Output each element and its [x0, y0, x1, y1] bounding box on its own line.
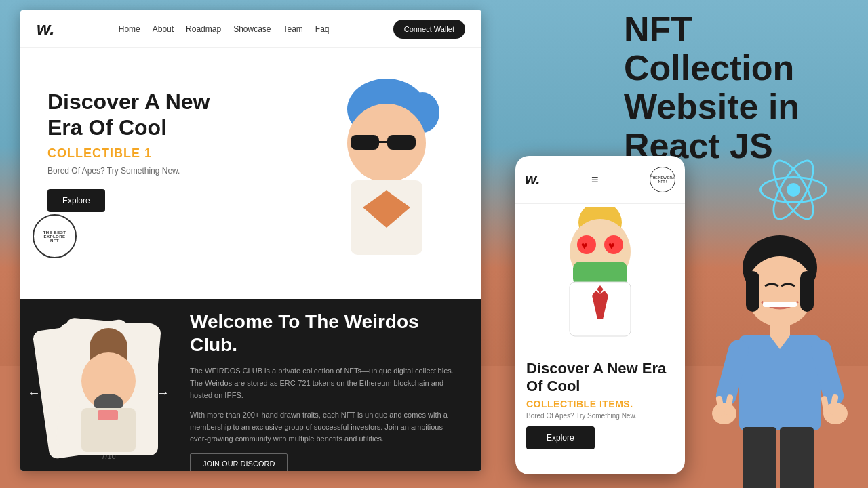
nav-faq[interactable]: Faq: [315, 24, 330, 34]
desktop-nav: w. Home About Roadmap Showcase Team Faq …: [20, 10, 481, 48]
hero-subtitle: Bored Of Apes? Try Something New.: [47, 166, 319, 176]
svg-rect-3: [351, 135, 379, 150]
mobile-hero-character: ♥ ♥: [515, 204, 685, 353]
nav-links: Home About Roadmap Showcase Team Faq: [119, 24, 330, 34]
mobile-logo: w.: [525, 171, 540, 188]
title-area: NFT Collection Website in React JS: [624, 10, 854, 169]
nav-about[interactable]: About: [153, 24, 174, 34]
svg-text:♥: ♥: [581, 240, 588, 251]
nft-card-front: [60, 323, 158, 455]
mobile-badge: THE NEW ERANFT !: [650, 167, 675, 192]
welcome-desc-2: With more than 200+ hand drawn traits, e…: [190, 409, 461, 445]
mobile-nav: w. ≡ THE NEW ERANFT !: [515, 156, 685, 204]
welcome-text: Welcome To The Weirdos Club. The WEIRDOS…: [190, 310, 461, 471]
react-atom: [753, 149, 834, 230]
main-title: NFT Collection Website in React JS: [624, 10, 854, 165]
svg-rect-28: [746, 271, 760, 312]
cartoon-person: [712, 230, 848, 488]
connect-wallet-button[interactable]: Connect Wallet: [393, 20, 465, 39]
mobile-subtitle: Bored Of Apes? Try Something New.: [526, 412, 674, 420]
hero-title: Discover A New Era Of Cool: [47, 89, 319, 141]
nav-home[interactable]: Home: [119, 24, 140, 34]
svg-rect-29: [800, 271, 814, 312]
react-logo: [753, 149, 834, 230]
svg-rect-30: [763, 302, 797, 307]
mobile-explore-button[interactable]: Explore: [526, 426, 595, 449]
circle-badge-text: THE BESTEXPLORENFT: [43, 230, 66, 243]
mobile-menu-icon[interactable]: ≡: [591, 173, 599, 187]
nft-figure-svg: [322, 75, 451, 265]
hero-text: Discover A New Era Of Cool COLLECTIBLE 1…: [47, 75, 319, 212]
next-arrow[interactable]: →: [156, 384, 170, 400]
mobile-collectible: COLLECTIBLE ITEMS.: [526, 399, 674, 409]
mobile-hero-title: Discover A New EraOf Cool: [526, 360, 674, 396]
discord-button[interactable]: JOIN OUR DISCORD: [190, 453, 288, 471]
dark-section: ← → 7/10 Welcome To The Weirdos Club. Th…: [20, 299, 481, 471]
svg-rect-42: [743, 427, 776, 488]
hero-nft-character: [319, 75, 454, 265]
svg-rect-13: [98, 410, 118, 420]
react-nucleus: [787, 183, 800, 197]
svg-rect-32: [739, 336, 821, 430]
desktop-screenshot: w. Home About Roadmap Showcase Team Faq …: [20, 10, 481, 471]
nav-roadmap[interactable]: Roadmap: [186, 24, 221, 34]
mobile-screenshot: w. ≡ THE NEW ERANFT ! ♥ ♥: [515, 156, 685, 474]
desktop-logo: w.: [37, 18, 54, 39]
circle-badge: THE BESTEXPLORENFT: [33, 214, 77, 258]
nav-showcase[interactable]: Showcase: [233, 24, 271, 34]
mobile-nft-svg: ♥ ♥: [553, 207, 648, 350]
person-svg: [712, 230, 848, 488]
desktop-hero: Discover A New Era Of Cool COLLECTIBLE 1…: [20, 48, 481, 299]
svg-rect-43: [780, 427, 814, 488]
svg-rect-4: [387, 135, 416, 150]
explore-button[interactable]: Explore: [47, 189, 105, 212]
svg-text:♥: ♥: [608, 240, 615, 251]
welcome-desc-1: The WEIRDOS CLUB is a private collection…: [190, 365, 461, 401]
nav-team[interactable]: Team: [283, 24, 303, 34]
hero-collectible: COLLECTIBLE 1: [47, 146, 319, 161]
prev-arrow[interactable]: ←: [27, 384, 41, 400]
svg-rect-5: [379, 141, 387, 143]
mobile-hero-text: Discover A New EraOf Cool COLLECTIBLE IT…: [515, 353, 685, 456]
welcome-title: Welcome To The Weirdos Club.: [190, 310, 461, 356]
nft-cards-stack: ← → 7/10: [41, 318, 176, 467]
